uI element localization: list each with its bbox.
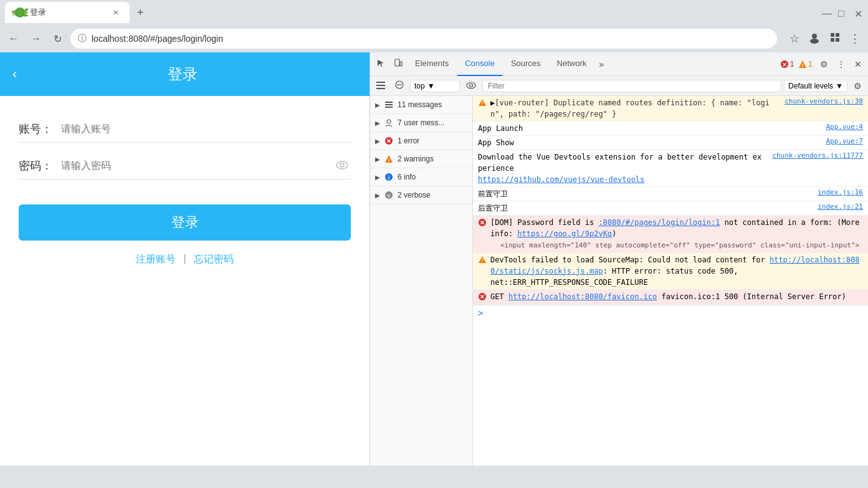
log-source-vue-router[interactable]: chunk-vendors.js:38 xyxy=(785,97,863,105)
svg-point-21 xyxy=(470,84,473,87)
new-tab-btn[interactable]: + xyxy=(132,4,149,22)
devtools-cursor-btn[interactable] xyxy=(373,56,389,72)
maximize-btn[interactable]: □ xyxy=(838,8,847,17)
svg-point-6 xyxy=(336,161,348,169)
svg-text:V: V xyxy=(387,193,391,199)
extensions-icon[interactable] xyxy=(827,29,843,49)
errors-label: 1 error xyxy=(398,136,467,145)
log-text-vue-router: ▶[vue-router] Duplicate named routes def… xyxy=(490,97,777,120)
bookmark-icon[interactable]: ☆ xyxy=(787,29,802,48)
account-input[interactable] xyxy=(56,121,351,137)
tab-title: 登录 xyxy=(30,7,107,18)
devtools-device-btn[interactable] xyxy=(390,56,406,72)
address-bar: ← → ↻ ⓘ localhost:8080/#/pages/login/log… xyxy=(0,25,868,52)
sourcemap-link[interactable]: http://localhost:8080/static/js/sockjs.j… xyxy=(490,256,859,275)
console-levels-dropdown[interactable]: Default levels ▼ xyxy=(784,80,847,92)
devtools-toolbar: Elements Console Sources Network » ✕ 1 !… xyxy=(370,52,868,76)
console-context-selector[interactable]: top ▼ xyxy=(410,80,460,92)
dom-info-link[interactable]: https://goo.gl/9p2vKq xyxy=(517,229,612,238)
tab-elements[interactable]: Elements xyxy=(408,52,456,76)
sidebar-item-all-messages[interactable]: ▶ 11 messages xyxy=(370,96,472,114)
log-entry-vue-devtools: Download the Vue Devtools extension for … xyxy=(473,150,868,187)
sidebar-item-verbose[interactable]: ▶ V 2 verbose xyxy=(370,186,472,204)
user-messages-label: 7 user mess... xyxy=(398,118,467,127)
log-source-after-guard[interactable]: index.js:21 xyxy=(818,203,863,211)
log-entry-app-launch: App Launch App.vue:4 xyxy=(473,122,868,136)
eye-console-btn[interactable] xyxy=(462,79,480,93)
login-submit-btn[interactable]: 登录 xyxy=(19,204,351,241)
prompt-arrow: > xyxy=(478,308,483,318)
expand-arrow: ▶ xyxy=(375,156,380,163)
console-prompt-row: > xyxy=(473,305,868,320)
profile-icon[interactable] xyxy=(806,29,823,49)
favicon-link[interactable]: http://localhost:8080/favicon.ico xyxy=(508,292,657,301)
login-page-title: 登录 xyxy=(27,64,338,84)
sidebar-item-info[interactable]: ▶ i 6 info xyxy=(370,168,472,186)
svg-text:!: ! xyxy=(801,62,803,68)
warn-icon-sourcemap: ! xyxy=(478,254,488,266)
eye-icon[interactable] xyxy=(333,160,351,173)
log-text-dom-password: [DOM] Password field is :8080/#/pages/lo… xyxy=(490,217,863,251)
register-link[interactable]: 注册账号 xyxy=(136,253,176,266)
more-options-icon[interactable]: ⋮ xyxy=(847,29,863,48)
svg-marker-8 xyxy=(378,60,384,67)
warn-count[interactable]: ! 1 xyxy=(798,59,813,69)
login-header: ‹ 登录 xyxy=(0,52,370,96)
window-controls: — □ ✕ xyxy=(822,8,863,17)
svg-text:!: ! xyxy=(481,258,484,264)
tab-network[interactable]: Network xyxy=(550,52,594,76)
tab-close-btn[interactable]: × xyxy=(112,6,120,19)
forgot-link[interactable]: 忘记密码 xyxy=(194,253,234,266)
svg-text:i: i xyxy=(388,175,390,181)
tab-console[interactable]: Console xyxy=(457,52,502,76)
warnings-label: 2 warnings xyxy=(398,155,467,163)
svg-rect-5 xyxy=(836,38,839,42)
svg-text:✕: ✕ xyxy=(782,62,787,68)
clear-console-btn[interactable] xyxy=(391,78,408,93)
svg-rect-24 xyxy=(385,107,393,108)
log-text-after-guard: 后置守卫 xyxy=(478,203,810,214)
sidebar-item-errors[interactable]: ▶ 1 error xyxy=(370,132,472,150)
more-tabs-btn[interactable]: » xyxy=(595,57,608,72)
sidebar-item-user-messages[interactable]: ▶ 7 user mess... xyxy=(370,114,472,132)
sidebar-item-warnings[interactable]: ▶ ! 2 warnings xyxy=(370,150,472,168)
expand-arrow: ▶ xyxy=(375,174,380,181)
console-body: ▶ 11 messages ▶ 7 user mess... ▶ xyxy=(370,96,868,466)
title-bar: 🌿 登录 × + — □ ✕ xyxy=(0,0,868,25)
devtools-menu-btn[interactable]: ⋮ xyxy=(833,57,849,72)
console-second-toolbar: top ▼ Default levels ▼ ⚙ xyxy=(370,76,868,96)
svg-point-20 xyxy=(467,82,475,89)
sidebar-toggle-btn[interactable] xyxy=(373,79,389,93)
back-btn-login[interactable]: ‹ xyxy=(12,66,17,82)
log-text-vue-devtools: Download the Vue Devtools extension for … xyxy=(478,151,765,185)
tab-sources[interactable]: Sources xyxy=(503,52,548,76)
console-filter-input[interactable] xyxy=(482,80,781,92)
svg-text:!: ! xyxy=(481,101,484,107)
dom-source-link[interactable]: :8080/#/pages/login/login:1 xyxy=(598,218,720,227)
log-source-before-guard[interactable]: index.js:16 xyxy=(818,188,863,196)
log-source-vue-devtools[interactable]: chunk-vendors.js:11777 xyxy=(772,151,863,160)
password-label: 密码： xyxy=(19,158,56,173)
log-source-app-show[interactable]: App.vue:7 xyxy=(826,137,863,145)
browser-toolbar-right: ☆ ⋮ xyxy=(787,29,863,49)
refresh-btn[interactable]: ↻ xyxy=(50,31,65,47)
login-page: ‹ 登录 账号： 密码： 登录 注册账号 | xyxy=(0,52,370,466)
devtools-close-btn[interactable]: ✕ xyxy=(851,57,866,72)
minimize-btn[interactable]: — xyxy=(822,8,831,17)
svg-rect-3 xyxy=(836,33,839,37)
devtools-settings-btn[interactable]: ⚙ xyxy=(816,57,832,72)
log-source-app-launch[interactable]: App.vue:4 xyxy=(826,123,863,131)
back-btn[interactable]: ← xyxy=(5,31,22,47)
browser-tab[interactable]: 🌿 登录 × xyxy=(5,2,130,23)
tab-favicon: 🌿 xyxy=(15,7,25,17)
forward-btn[interactable]: → xyxy=(27,31,45,47)
window-close-btn[interactable]: ✕ xyxy=(854,8,863,17)
console-input[interactable] xyxy=(485,309,863,317)
password-input[interactable] xyxy=(56,158,333,174)
vue-devtools-link[interactable]: https://github.com/vuejs/vue-devtools xyxy=(478,175,644,184)
user-messages-icon xyxy=(384,118,394,128)
error-count[interactable]: ✕ 1 xyxy=(780,59,794,69)
console-settings-btn[interactable]: ⚙ xyxy=(850,79,866,93)
address-input-wrap[interactable]: ⓘ localhost:8080/#/pages/login/login xyxy=(70,29,777,49)
warn-icon: ! xyxy=(478,97,488,108)
